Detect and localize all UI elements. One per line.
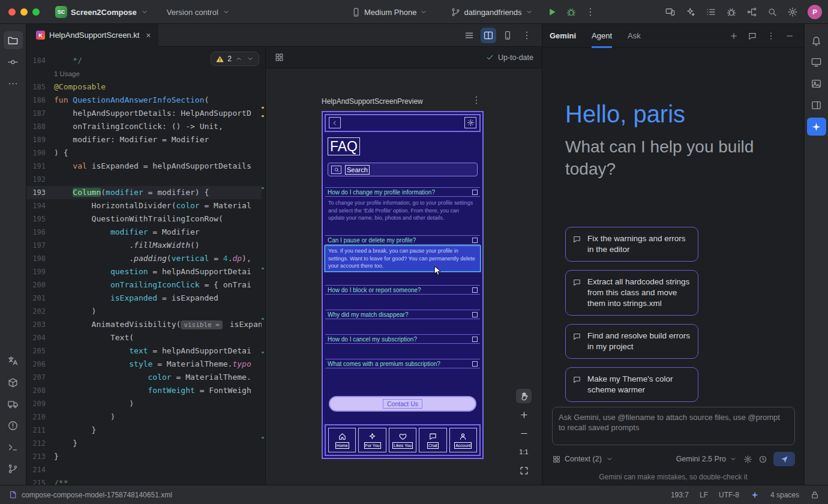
line-separator[interactable]: LF (700, 491, 708, 499)
code-line[interactable]: 186fun QuestionAndAnswerInfoSection( (26, 94, 262, 107)
expand-toggle-icon[interactable] (472, 287, 478, 293)
code-line[interactable]: 209 ) (26, 397, 262, 410)
debug-button[interactable] (563, 4, 579, 20)
code-line[interactable]: 190) { (26, 146, 262, 160)
code-line[interactable]: 199 question = helpAndSupportDetai (26, 265, 262, 278)
back-button[interactable] (329, 117, 341, 128)
model-selector[interactable]: Gemini 2.5 Pro (676, 455, 737, 463)
code-line[interactable]: 200 onTrailingIconClick = { onTrai (26, 278, 262, 292)
code-line[interactable]: 187 helpAndSupportDetails: HelpAndSuppor… (26, 107, 262, 120)
layout-inspector-button[interactable] (807, 74, 826, 92)
bottom-nav-item[interactable]: Likes You (389, 428, 416, 452)
editor-tab[interactable]: K HelpAndSupportScreen.kt × (26, 24, 158, 47)
code-line[interactable]: 189 modifier: Modifier = Modifier (26, 133, 262, 146)
device-explorer-tool-button[interactable] (4, 395, 23, 413)
preview-canvas[interactable]: HelpAndSupportScreenPreview FAQ Search H… (266, 68, 542, 485)
panel-menu-button[interactable] (764, 29, 778, 43)
design-view-button[interactable] (500, 28, 515, 43)
code-line[interactable]: 195 QuestionWithTrailingIconRow( (26, 212, 262, 226)
faq-question-row[interactable]: How do I cancel my subscription? (325, 334, 480, 344)
code-line[interactable]: 207 color = MaterialTheme. (26, 371, 262, 384)
search-everywhere-button[interactable] (764, 4, 780, 20)
tab-agent[interactable]: Agent (592, 24, 612, 48)
details-panel-button[interactable] (807, 96, 826, 114)
project-tool-button[interactable] (4, 31, 23, 49)
preview-grid-icon[interactable] (274, 52, 284, 62)
statusbar-file[interactable]: compose-compose-model-1758748140651.xml (8, 490, 172, 499)
send-button[interactable] (773, 452, 795, 466)
build-pipeline-button[interactable] (744, 4, 760, 20)
project-menu[interactable]: Screen2Compose (71, 8, 137, 17)
context-button[interactable]: Context (2) (552, 455, 614, 464)
gemini-panel-button[interactable] (807, 118, 826, 136)
code-line[interactable]: 197 .fillMaxWidth() (26, 239, 262, 252)
zoom-out-button[interactable] (516, 426, 532, 440)
faq-question-row[interactable]: What comes with a premium subscription? (325, 359, 480, 368)
avatar[interactable]: P (808, 5, 822, 19)
zoom-actual-button[interactable]: 1:1 (516, 445, 532, 459)
bottom-nav-item[interactable]: Chat (419, 428, 446, 452)
cursor-position[interactable]: 193:7 (671, 491, 689, 499)
device-manager-button[interactable] (807, 53, 826, 71)
faq-question-row[interactable]: How do I change my profile information? (325, 187, 480, 197)
branch-selector[interactable]: datingandfriends (451, 7, 533, 17)
code-line[interactable]: 205 text = helpAndSupportDetai (26, 344, 262, 358)
agent-settings-button[interactable] (743, 455, 752, 464)
translations-tool-button[interactable] (4, 352, 23, 370)
bottom-nav-item[interactable]: For You (358, 428, 386, 452)
bug-report-button[interactable] (724, 4, 739, 20)
notifications-button[interactable] (807, 31, 826, 49)
suggestion-card[interactable]: Extract all hardcoded strings from this … (565, 270, 698, 316)
hide-panel-button[interactable] (782, 29, 797, 43)
code-line[interactable]: 196 modifier = Modifier (26, 226, 262, 239)
code-line[interactable]: 203 AnimatedVisibility(visible = isExpan (26, 318, 262, 331)
code-view-button[interactable] (461, 28, 477, 43)
readonly-lock[interactable] (810, 490, 820, 500)
more-tools-button[interactable] (4, 74, 23, 92)
device-mirroring-button[interactable] (662, 4, 678, 20)
more-run-options-button[interactable] (583, 4, 598, 20)
code-line[interactable]: 191 val isExpanded = helpAndSupportDetai… (26, 160, 262, 173)
expand-toggle-icon[interactable] (472, 312, 478, 317)
code-line[interactable]: 192 (26, 173, 262, 186)
chat-history-button[interactable] (745, 29, 760, 43)
faq-question-row[interactable]: How do I block or report someone? (325, 285, 480, 295)
gemini-input[interactable] (559, 412, 788, 440)
commit-tool-button[interactable] (4, 53, 23, 71)
gemini-status[interactable] (750, 490, 760, 500)
version-control-tool-button[interactable] (4, 460, 23, 478)
next-warning-icon[interactable] (246, 55, 254, 63)
previous-warning-icon[interactable] (235, 55, 243, 63)
suggestion-card[interactable]: Fix the warnings and errors in the edito… (565, 227, 698, 262)
zoom-window-button[interactable] (32, 8, 40, 16)
inspection-widget[interactable]: 2 (211, 52, 259, 66)
minimize-window-button[interactable] (20, 8, 28, 16)
code-line[interactable]: 198 .padding(vertical = 4.dp), (26, 252, 262, 265)
pan-button[interactable] (516, 389, 532, 403)
todo-list-button[interactable] (703, 4, 719, 20)
tab-ask[interactable]: Ask (628, 24, 641, 48)
suggestion-card[interactable]: Find and resolve build errors in my proj… (565, 324, 698, 359)
indent[interactable]: 4 spaces (770, 491, 799, 499)
zoom-fit-button[interactable] (516, 463, 532, 478)
phone-preview[interactable]: FAQ Search How do I change my profile in… (322, 111, 484, 459)
code-line[interactable]: 212 } (26, 437, 262, 450)
editor-menu-button[interactable] (519, 28, 535, 43)
close-window-button[interactable] (8, 8, 16, 16)
expand-toggle-icon[interactable] (472, 238, 478, 243)
code-line[interactable]: 188 onTrailingIconClick: () -> Unit, (26, 120, 262, 133)
version-control-menu[interactable]: Version control (167, 8, 218, 17)
new-chat-button[interactable] (727, 29, 741, 43)
preview-menu-icon[interactable] (471, 95, 482, 106)
device-selector[interactable]: Medium Phone (351, 7, 428, 17)
encoding[interactable]: UTF-8 (719, 491, 739, 499)
code-line[interactable]: 214 (26, 463, 262, 476)
code-line[interactable]: 206 style = MaterialTheme.typo (26, 358, 262, 371)
faq-question-row[interactable]: Why did my match disappear? (325, 310, 480, 319)
code-line[interactable]: 185@Composable (26, 80, 262, 94)
terminal-tool-button[interactable] (4, 438, 23, 456)
settings-button[interactable] (785, 4, 800, 20)
code-editor[interactable]: 2 184 */1 Usage185@Composable186fun Ques… (26, 47, 266, 485)
expand-toggle-icon[interactable] (472, 190, 478, 195)
code-line[interactable]: 213} (26, 450, 262, 463)
